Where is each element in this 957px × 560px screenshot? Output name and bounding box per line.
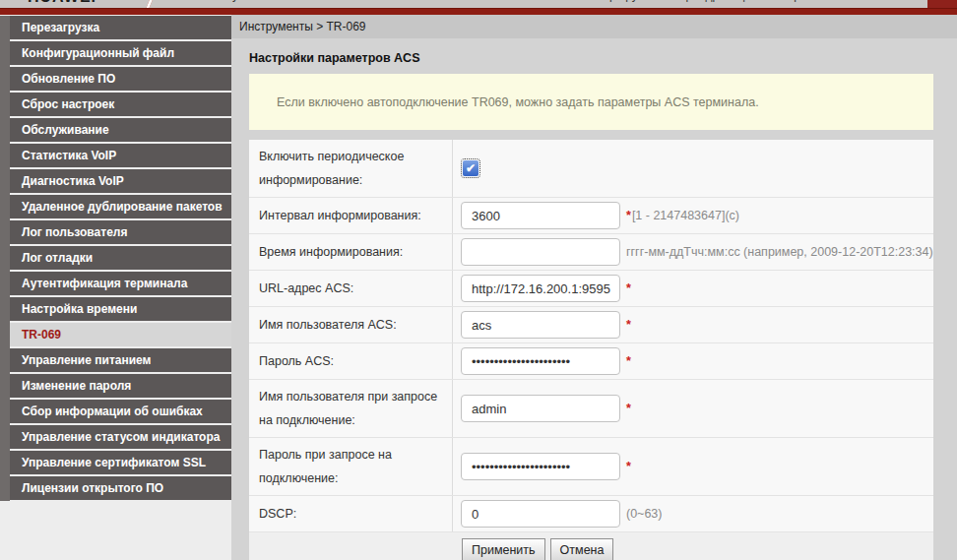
sidebar-item-конфигурационный-файл[interactable]: Конфигурационный файл [10,41,231,65]
top-nav-tabs: СтатусWANLANIPv6WLANБезопасностьМаршрутП… [193,0,957,8]
sidebar-item-диагностика-voip[interactable]: Диагностика VoIP [10,169,231,193]
form-row-label: DSCP: [249,496,453,531]
conn-request-password-field[interactable] [461,453,620,480]
sidebar-item-настройка-времени[interactable]: Настройка времени [10,297,231,321]
form-row-label: Включить периодическое информирование: [249,140,453,197]
acs-username-field[interactable] [461,311,620,339]
sidebar-item-лицензии-открытого-по[interactable]: Лицензии открытого ПО [10,476,231,500]
sidebar-item-перезагрузка[interactable]: Перезагрузка [10,16,231,39]
form-row-label: Имя пользователя при запросе на подключе… [249,380,453,437]
top-nav-tab-wan[interactable]: WAN [258,0,313,8]
huawei-logo: HUAWEI [28,0,96,6]
required-asterisk: * [626,318,631,332]
required-asterisk: * [626,460,631,473]
inform-interval-field[interactable] [461,202,620,229]
top-header-strip: HUAWEI СтатусWANLANIPv6WLANБезопасностьМ… [0,0,957,8]
form-row-label: Пароль ACS: [249,343,453,379]
sidebar-item-tr-069[interactable]: TR-069 [10,323,231,346]
required-asterisk: * [626,402,631,415]
sidebar-item-лог-отладки[interactable]: Лог отладки [10,246,231,270]
sidebar-item-управление-статусом-индикатора[interactable]: Управление статусом индикатора [10,425,231,449]
form-row-value: * [453,380,933,437]
breadcrumb: Инструменты > TR-069 [231,15,957,38]
sidebar-item-обслуживание[interactable]: Обслуживание [10,118,231,142]
inform-time-field[interactable] [461,238,620,266]
conn-request-username-field[interactable] [461,395,620,422]
inform-time-hint: гггг-мм-ддТчч:мм:сс (например, 2009-12-2… [626,245,933,259]
sidebar-item-статистика-voip[interactable]: Статистика VoIP [10,144,231,167]
form-row-value: (0~63) [453,496,933,531]
sidebar-item-управление-питанием[interactable]: Управление питанием [10,348,231,372]
form-row: Пароль ACS: * [249,343,933,380]
apply-button[interactable]: Применить [462,538,545,560]
form-row: Имя пользователя ACS: * [249,307,933,343]
form-row-value: * [453,307,933,342]
form-row-value: *[1 - 2147483647](с) [453,198,933,233]
form-buttons-row: Применить Отмена [249,532,933,560]
form-row: Включить периодическое информирование: ✔ [249,140,933,198]
top-nav-tab-инструменты[interactable]: Инструменты [927,0,957,8]
top-nav-tab-ipv6[interactable]: IPv6 [363,0,415,8]
required-asterisk: * [626,281,631,295]
form-row: Время информирования: гггг-мм-ддТчч:мм:с… [249,234,933,271]
required-asterisk: * [626,354,631,368]
form-row-label: URL-адрес ACS: [249,271,453,306]
acs-settings-form: Включить периодическое информирование: ✔… [249,140,933,532]
tr069-panel: Настройки параметров ACS Если включено а… [231,38,957,560]
top-nav-tab-маршрут[interactable]: Маршрут [579,0,657,8]
top-nav-tab-приложения[interactable]: Приложения [772,0,868,8]
page-title: Настройки параметров ACS [249,51,933,65]
form-row: DSCP: (0~63) [249,496,933,532]
form-row: URL-адрес ACS: * [249,271,933,307]
inform-interval-hint: [1 - 2147483647](с) [632,209,739,222]
checkmark-icon: ✔ [466,162,476,174]
form-row-label: Имя пользователя ACS: [249,307,453,342]
form-row: Интервал информирования: *[1 - 214748364… [249,198,933,234]
form-row-label: Время информирования: [249,234,453,270]
form-row-value: * [453,271,933,306]
sidebar-left-rail [0,16,10,501]
info-notice: Если включено автоподключение TR069, мож… [249,74,933,130]
huawei-logo-slash-icon [147,0,159,8]
form-row: Имя пользователя при запросе на подключе… [249,380,933,438]
form-row: Пароль при запросе на подключение: * [249,438,933,496]
form-row-value: * [453,438,933,495]
top-nav-tab-безопасность[interactable]: Безопасность [477,0,580,8]
sidebar-item-сбор-информации-об-ошибках[interactable]: Сбор информации об ошибках [10,400,231,423]
sidebar-item-удаленное-дублирование-пакетов[interactable]: Удаленное дублирование пакетов [10,195,231,218]
sidebar: ПерезагрузкаКонфигурационный файлОбновле… [0,15,231,560]
content-area: Инструменты > TR-069 Настройки параметро… [231,15,957,560]
form-row-value: ✔ [453,140,933,197]
dscp-field[interactable] [461,500,620,528]
sidebar-item-аутентификация-терминала[interactable]: Аутентификация терминала [10,272,231,295]
top-nav-tab-wlan[interactable]: WLAN [415,0,477,8]
sidebar-item-изменение-пароля[interactable]: Изменение пароля [10,374,231,398]
form-row-value: гггг-мм-ддТчч:мм:сс (например, 2009-12-2… [453,234,933,270]
top-nav-tab-переадресация[interactable]: Переадресация [657,0,771,8]
dscp-hint: (0~63) [626,507,662,521]
top-nav-tab-голос[interactable]: Голос [868,0,927,8]
sidebar-item-обновление-по[interactable]: Обновление ПО [10,67,231,91]
form-row-value: * [453,343,933,379]
acs-password-field[interactable] [461,347,620,375]
sidebar-item-управление-сертификатом-ssl[interactable]: Управление сертификатом SSL [10,451,231,474]
top-nav-tab-статус[interactable]: Статус [193,0,258,8]
sidebar-item-лог-пользователя[interactable]: Лог пользователя [10,220,231,244]
form-row-label: Интервал информирования: [249,198,453,233]
top-nav-tab-lan[interactable]: LAN [313,0,363,8]
required-asterisk: * [626,209,631,222]
periodic-inform-checkbox[interactable]: ✔ [463,160,478,176]
form-row-label: Пароль при запросе на подключение: [249,438,453,495]
acs-url-field[interactable] [461,275,620,302]
sidebar-item-сброс-настроек[interactable]: Сброс настроек [10,93,231,116]
cancel-button[interactable]: Отмена [550,538,614,560]
brand-red-bar [0,8,957,15]
